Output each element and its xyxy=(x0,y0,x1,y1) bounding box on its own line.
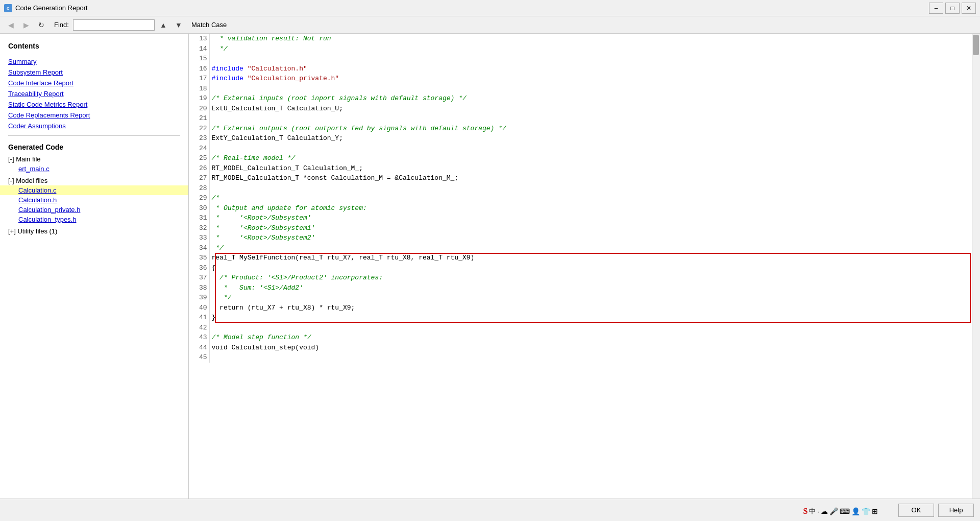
find-up-button[interactable]: ▲ xyxy=(157,18,170,32)
table-row: 36{ xyxy=(189,263,980,273)
table-row: 38 * Sum: '<S1>/Add2' xyxy=(189,283,980,293)
window-title: Code Generation Report xyxy=(15,4,88,12)
help-button[interactable]: Help xyxy=(938,504,974,517)
code-line: * Sum: '<S1>/Add2' xyxy=(209,283,980,293)
line-number: 23 xyxy=(189,133,209,144)
systray-zh-icon: 中 xyxy=(809,507,816,516)
table-row: 26RT_MODEL_Calculation_T Calculation_M_; xyxy=(189,163,980,174)
code-line: /* External inputs (root inport signals … xyxy=(209,93,980,104)
code-scroll[interactable]: 13 * validation result: Not run14 */1516… xyxy=(189,34,980,499)
forward-button[interactable]: ▶ xyxy=(19,18,33,32)
systray-keyboard-icon: ⌨ xyxy=(840,507,850,515)
table-row: 18 xyxy=(189,84,980,94)
scrollbar-track[interactable] xyxy=(972,34,980,499)
svg-text:C: C xyxy=(7,6,10,11)
line-number: 24 xyxy=(189,144,209,154)
table-row: 20ExtU_Calculation_T Calculation_U; xyxy=(189,104,980,114)
match-case-label: Match Case xyxy=(191,21,227,29)
table-row: 25/* Real-time model */ xyxy=(189,153,980,163)
table-row: 29/* xyxy=(189,193,980,203)
systray-s-icon: S xyxy=(803,507,807,516)
table-row: 34 */ xyxy=(189,243,980,253)
code-line: */ xyxy=(209,44,980,54)
code-line: * validation result: Not run xyxy=(209,34,980,44)
line-number: 27 xyxy=(189,173,209,183)
line-number: 30 xyxy=(189,203,209,214)
code-line: void Calculation_step(void) xyxy=(209,343,980,353)
table-row: 44void Calculation_step(void) xyxy=(189,343,980,353)
table-row: 21 xyxy=(189,113,980,124)
code-line: * Output and update for atomic system: xyxy=(209,203,980,214)
code-line: /* Product: '<S1>/Product2' incorporates… xyxy=(209,273,980,283)
close-button[interactable]: ✕ xyxy=(962,3,976,14)
find-input[interactable] xyxy=(73,19,155,31)
main-file-header: [-] Main file xyxy=(0,154,188,164)
ok-button[interactable]: OK xyxy=(898,504,934,517)
line-number: 22 xyxy=(189,124,209,134)
sidebar-link-traceability[interactable]: Traceability Report xyxy=(0,88,188,99)
line-number: 39 xyxy=(189,293,209,303)
table-row: 27RT_MODEL_Calculation_T *const Calculat… xyxy=(189,173,980,183)
model-file-header: [-] Model files xyxy=(0,176,188,185)
code-line: */ xyxy=(209,293,980,303)
refresh-button[interactable]: ↻ xyxy=(35,18,48,32)
line-number: 17 xyxy=(189,74,209,84)
sidebar-link-replacements[interactable]: Code Replacements Report xyxy=(0,110,188,121)
code-line: ExtY_Calculation_T Calculation_Y; xyxy=(209,133,980,144)
window-controls: – □ ✕ xyxy=(929,3,976,14)
code-line xyxy=(209,323,980,333)
app-icon: C xyxy=(4,4,12,12)
code-line: #include "Calculation_private.h" xyxy=(209,74,980,84)
line-number: 40 xyxy=(189,303,209,313)
sidebar-link-interface[interactable]: Code Interface Report xyxy=(0,78,188,88)
contents-title: Contents xyxy=(0,39,188,52)
code-line: #include "Calculation.h" xyxy=(209,64,980,74)
scrollbar-thumb[interactable] xyxy=(973,35,979,55)
code-line: /* Model step function */ xyxy=(209,333,980,343)
main-file-bracket: [-] Main file xyxy=(8,155,41,163)
code-line: */ xyxy=(209,243,980,253)
back-button[interactable]: ◀ xyxy=(4,18,17,32)
code-line: * '<Root>/Subsystem' xyxy=(209,213,980,223)
file-calc-private[interactable]: Calculation_private.h xyxy=(0,205,188,215)
sidebar-link-summary[interactable]: Summary xyxy=(0,56,188,67)
table-row: 15 xyxy=(189,54,980,64)
sidebar-link-subsystem[interactable]: Subsystem Report xyxy=(0,67,188,78)
table-row: 13 * validation result: Not run xyxy=(189,34,980,44)
code-line: } xyxy=(209,313,980,323)
line-number: 18 xyxy=(189,84,209,94)
code-line: RT_MODEL_Calculation_T *const Calculatio… xyxy=(209,173,980,183)
line-number: 21 xyxy=(189,113,209,124)
file-calc-h[interactable]: Calculation.h xyxy=(0,195,188,205)
line-number: 38 xyxy=(189,283,209,293)
code-line: /* xyxy=(209,193,980,203)
model-file-bracket: [-] Model files xyxy=(8,177,47,184)
table-row: 14 */ xyxy=(189,44,980,54)
sidebar: Contents Summary Subsystem Report Code I… xyxy=(0,34,189,499)
line-number: 14 xyxy=(189,44,209,54)
utility-file-bracket: [+] Utility files (1) xyxy=(8,227,57,235)
systray-user-icon: 👤 xyxy=(851,507,860,515)
code-line xyxy=(209,54,980,64)
table-row: 24 xyxy=(189,144,980,154)
minimize-button[interactable]: – xyxy=(929,3,943,14)
sidebar-link-metrics[interactable]: Static Code Metrics Report xyxy=(0,99,188,110)
line-number: 37 xyxy=(189,273,209,283)
find-label: Find: xyxy=(54,21,69,29)
find-down-button[interactable]: ▼ xyxy=(172,18,185,32)
sidebar-divider xyxy=(8,135,180,136)
line-number: 26 xyxy=(189,163,209,174)
sidebar-link-assumptions[interactable]: Coder Assumptions xyxy=(0,121,188,131)
maximize-button[interactable]: □ xyxy=(945,3,960,14)
toolbar: ◀ ▶ ↻ Find: ▲ ▼ Match Case xyxy=(0,16,980,34)
file-calc-c[interactable]: Calculation.c xyxy=(0,185,188,195)
table-row: 39 */ xyxy=(189,293,980,303)
file-calc-types[interactable]: Calculation_types.h xyxy=(0,215,188,224)
line-number: 44 xyxy=(189,343,209,353)
table-row: 23ExtY_Calculation_T Calculation_Y; xyxy=(189,133,980,144)
file-ert-main[interactable]: ert_main.c xyxy=(0,164,188,174)
code-line: /* External outputs (root outports fed b… xyxy=(209,124,980,134)
code-line xyxy=(209,84,980,94)
line-number: 32 xyxy=(189,223,209,233)
title-bar: C Code Generation Report – □ ✕ xyxy=(0,0,980,16)
